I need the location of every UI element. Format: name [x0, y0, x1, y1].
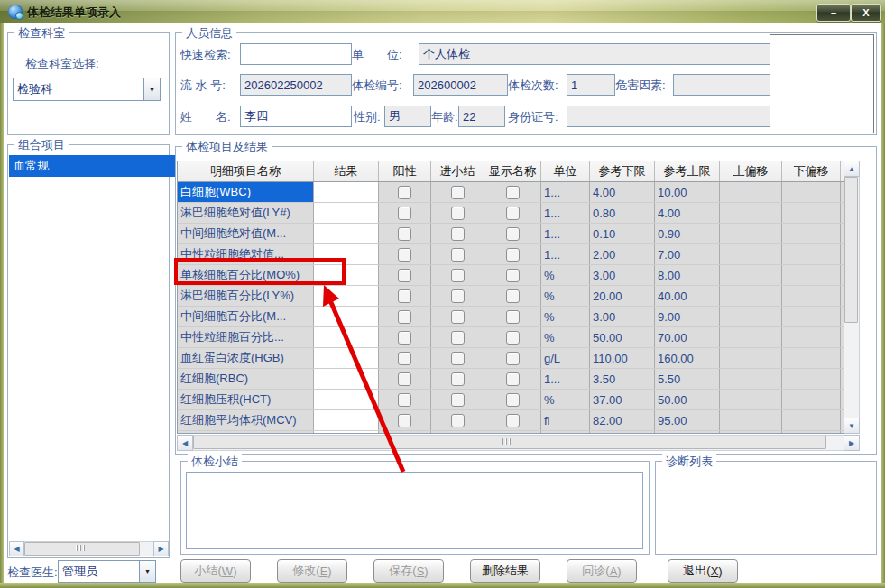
checkbox-unchecked-icon[interactable]	[398, 207, 411, 220]
cell-display-name-checkbox[interactable]	[484, 203, 541, 223]
cell-positive-checkbox[interactable]	[379, 410, 431, 430]
cell-into-summary-checkbox[interactable]	[431, 286, 484, 306]
cell-item-name[interactable]: 中间细胞绝对值(M...	[178, 224, 314, 243]
checkbox-unchecked-icon[interactable]	[398, 227, 411, 241]
title-bar[interactable]: 体检结果单项录入 – X	[0, 0, 885, 24]
checkbox-unchecked-icon[interactable]	[398, 289, 411, 303]
checkbox-unchecked-icon[interactable]	[398, 186, 411, 199]
cell-display-name-checkbox[interactable]	[484, 265, 541, 285]
checkbox-unchecked-icon[interactable]	[506, 186, 520, 199]
table-vscroll-thumb[interactable]	[844, 177, 858, 323]
cell-result[interactable]	[314, 224, 379, 243]
table-row[interactable]: 淋巴细胞绝对值(LY#)1...0.804.00	[178, 203, 844, 224]
cell-positive-checkbox[interactable]	[379, 307, 431, 326]
cell-item-name[interactable]: 红细胞平均体积(MCV)	[178, 410, 314, 430]
table-row[interactable]: 红细胞平均体积(MCV)fl82.0095.00	[178, 410, 844, 431]
cell-result[interactable]	[314, 244, 379, 264]
checkbox-unchecked-icon[interactable]	[451, 331, 465, 345]
col-header-display-name[interactable]: 显示名称	[484, 161, 541, 181]
col-header-ref-low[interactable]: 参考下限	[590, 161, 655, 181]
table-row[interactable]: 中性粒细胞绝对值...1...2.007.00	[178, 244, 844, 265]
checkbox-unchecked-icon[interactable]	[506, 352, 520, 365]
table-row[interactable]: 红细胞压积(HCT)%37.0050.00	[178, 390, 844, 410]
cell-positive-checkbox[interactable]	[379, 327, 431, 347]
cell-display-name-checkbox[interactable]	[484, 182, 541, 202]
scroll-left-icon[interactable]: ◀	[9, 541, 24, 556]
doctor-combobox[interactable]: 管理员 ▼	[58, 560, 156, 583]
checkbox-unchecked-icon[interactable]	[451, 186, 465, 199]
cell-item-name[interactable]: 淋巴细胞百分比(LY%)	[178, 286, 314, 306]
cell-into-summary-checkbox[interactable]	[431, 431, 484, 433]
cell-display-name-checkbox[interactable]	[484, 286, 541, 306]
cell-result[interactable]	[314, 182, 379, 202]
exit-button[interactable]: 退出(X)	[668, 559, 738, 583]
cell-item-name[interactable]: 红细胞(RBC)	[178, 369, 314, 389]
cell-into-summary-checkbox[interactable]	[431, 307, 484, 326]
cell-into-summary-checkbox[interactable]	[431, 265, 484, 285]
cell-positive-checkbox[interactable]	[379, 224, 431, 243]
checkbox-unchecked-icon[interactable]	[506, 248, 520, 262]
col-header-unit[interactable]: 单位	[541, 161, 590, 181]
quick-search-input[interactable]	[240, 43, 352, 65]
inquiry-button[interactable]: 问诊(A)	[567, 559, 637, 583]
cell-into-summary-checkbox[interactable]	[431, 327, 484, 347]
cell-positive-checkbox[interactable]	[379, 244, 431, 264]
checkbox-unchecked-icon[interactable]	[451, 248, 465, 262]
cell-positive-checkbox[interactable]	[379, 348, 431, 368]
col-header-item-name[interactable]: 明细项目名称	[178, 161, 314, 181]
checkbox-unchecked-icon[interactable]	[398, 393, 411, 407]
cell-positive-checkbox[interactable]	[379, 286, 431, 306]
cell-into-summary-checkbox[interactable]	[431, 224, 484, 243]
modify-button[interactable]: 修改(E)	[277, 559, 347, 583]
delete-result-button[interactable]: 删除结果	[470, 559, 540, 583]
cell-item-name[interactable]: 平均红细胞血红蛋...	[178, 431, 314, 433]
checkbox-unchecked-icon[interactable]	[506, 393, 520, 407]
cell-result[interactable]	[314, 431, 379, 433]
checkbox-unchecked-icon[interactable]	[506, 207, 520, 220]
scroll-down-icon[interactable]: ▼	[844, 418, 860, 434]
cell-into-summary-checkbox[interactable]	[431, 203, 484, 223]
table-row[interactable]: 中间细胞百分比(M...%3.009.00	[178, 307, 844, 327]
cell-into-summary-checkbox[interactable]	[431, 348, 484, 368]
table-row[interactable]: 血红蛋白浓度(HGB)g/L110.00160.00	[178, 348, 844, 369]
checkbox-unchecked-icon[interactable]	[398, 372, 411, 386]
scroll-right-icon[interactable]: ▶	[844, 435, 860, 451]
cell-display-name-checkbox[interactable]	[484, 244, 541, 264]
checkbox-unchecked-icon[interactable]	[451, 393, 465, 407]
cell-into-summary-checkbox[interactable]	[431, 369, 484, 389]
checkbox-unchecked-icon[interactable]	[506, 269, 520, 282]
cell-result[interactable]	[314, 327, 379, 347]
minimize-button[interactable]: –	[816, 4, 851, 22]
checkbox-unchecked-icon[interactable]	[506, 372, 520, 386]
cell-result[interactable]	[314, 286, 379, 306]
cell-item-name[interactable]: 中间细胞百分比(M...	[178, 307, 314, 326]
cell-display-name-checkbox[interactable]	[484, 307, 541, 326]
cell-positive-checkbox[interactable]	[379, 431, 431, 433]
col-header-ref-high[interactable]: 参考上限	[655, 161, 720, 181]
cell-item-name[interactable]: 中性粒细胞绝对值...	[178, 244, 314, 264]
cell-into-summary-checkbox[interactable]	[431, 390, 484, 409]
close-button[interactable]: X	[851, 4, 881, 22]
cell-display-name-checkbox[interactable]	[484, 224, 541, 243]
cell-result[interactable]	[314, 307, 379, 326]
table-row[interactable]: 白细胞(WBC)1...4.0010.00	[178, 182, 844, 203]
cell-into-summary-checkbox[interactable]	[431, 182, 484, 202]
checkbox-unchecked-icon[interactable]	[451, 372, 465, 386]
scroll-left-icon[interactable]: ◀	[177, 435, 193, 451]
checkbox-unchecked-icon[interactable]	[398, 414, 411, 427]
checkbox-unchecked-icon[interactable]	[398, 310, 411, 324]
cell-into-summary-checkbox[interactable]	[431, 410, 484, 430]
checkbox-unchecked-icon[interactable]	[451, 227, 465, 241]
cell-into-summary-checkbox[interactable]	[431, 244, 484, 264]
cell-positive-checkbox[interactable]	[379, 203, 431, 223]
cell-display-name-checkbox[interactable]	[484, 348, 541, 368]
cell-display-name-checkbox[interactable]	[484, 369, 541, 389]
dept-select-combobox[interactable]: 检验科 ▼	[13, 78, 161, 101]
checkbox-unchecked-icon[interactable]	[451, 269, 465, 282]
checkbox-unchecked-icon[interactable]	[506, 331, 520, 345]
summary-textarea[interactable]	[186, 472, 643, 549]
checkbox-unchecked-icon[interactable]	[506, 289, 520, 303]
cell-display-name-checkbox[interactable]	[484, 390, 541, 409]
table-row[interactable]: 中间细胞绝对值(M...1...0.100.90	[178, 224, 844, 244]
cell-display-name-checkbox[interactable]	[484, 327, 541, 347]
